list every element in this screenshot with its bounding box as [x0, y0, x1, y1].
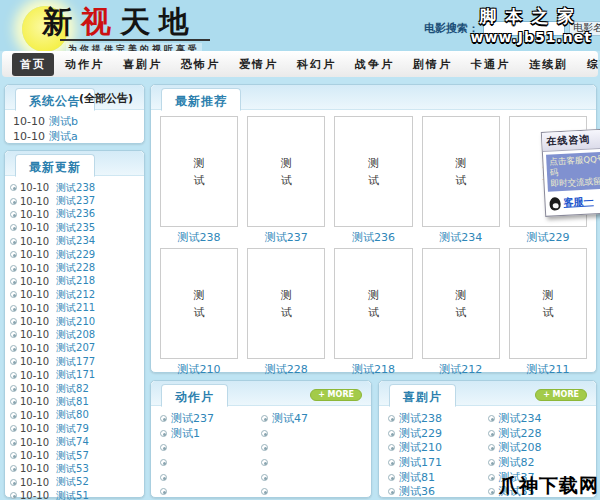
- update-link[interactable]: 测试52: [56, 475, 89, 489]
- logo-underline: [60, 39, 210, 41]
- update-link[interactable]: 测试51: [56, 489, 89, 500]
- movie-link[interactable]: 测试81: [399, 470, 435, 485]
- movie-link[interactable]: 测试210: [399, 440, 442, 455]
- nav-item[interactable]: 综艺片: [579, 53, 600, 76]
- update-link[interactable]: 测试210: [56, 315, 95, 329]
- update-link[interactable]: 测试234: [56, 234, 95, 248]
- update-link[interactable]: 测试212: [56, 288, 95, 302]
- movie-cover[interactable]: 测试: [422, 116, 500, 227]
- nav-item[interactable]: 战争片: [347, 53, 402, 76]
- movie-link[interactable]: 测试229: [399, 426, 442, 441]
- movie-card[interactable]: 测试 测试228: [247, 248, 325, 379]
- movie-link[interactable]: 测试47: [272, 411, 308, 426]
- update-link[interactable]: 测试57: [56, 449, 89, 463]
- tab-latest-updates[interactable]: 最新更新: [15, 154, 95, 177]
- movie-title-link[interactable]: 测试228: [247, 359, 325, 379]
- comedy-more-button[interactable]: + MORE: [535, 389, 587, 401]
- update-link[interactable]: 测试238: [56, 181, 95, 195]
- movie-cover[interactable]: 测试: [247, 116, 325, 227]
- movie-cover[interactable]: 测试: [509, 248, 587, 359]
- movie-title-link[interactable]: 测试218: [334, 359, 412, 379]
- nav-item[interactable]: 连续剧: [521, 53, 576, 76]
- update-link[interactable]: 测试82: [56, 382, 89, 396]
- movie-link[interactable]: 测试171: [399, 455, 442, 470]
- nav-item[interactable]: 爱情片: [231, 53, 286, 76]
- update-link[interactable]: 测试171: [56, 368, 95, 382]
- update-link[interactable]: 测试229: [56, 248, 95, 262]
- consult-agent-link[interactable]: 客服一: [563, 194, 594, 210]
- movie-link[interactable]: 测试1: [171, 426, 200, 441]
- movie-title-link[interactable]: 测试238: [160, 227, 238, 247]
- movie-title-link[interactable]: 测试229: [509, 227, 587, 247]
- movie-card[interactable]: 测试 测试212: [422, 248, 500, 379]
- movie-card[interactable]: 测试 测试234: [422, 116, 500, 247]
- update-link[interactable]: 测试80: [56, 408, 89, 422]
- movie-title-link[interactable]: 测试210: [160, 359, 238, 379]
- movie-title-link[interactable]: 测试212: [422, 359, 500, 379]
- movie-title-link[interactable]: 测试236: [334, 227, 412, 247]
- movie-cover[interactable]: 测试: [247, 248, 325, 359]
- update-link[interactable]: 测试211: [56, 301, 95, 315]
- movie-cover[interactable]: 测试: [422, 248, 500, 359]
- nav-item[interactable]: 剧情片: [405, 53, 460, 76]
- movie-card[interactable]: 测试 测试238: [160, 116, 238, 247]
- nav-item[interactable]: 动作片: [57, 53, 112, 76]
- movie-link[interactable]: 测试234: [499, 411, 542, 426]
- action-more-button[interactable]: + MORE: [310, 389, 362, 401]
- update-item: 10-10测试236: [10, 208, 140, 221]
- bullet-icon: [10, 305, 17, 312]
- movie-link[interactable]: 测试237: [171, 411, 214, 426]
- tab-recommend[interactable]: 最新推荐: [161, 88, 241, 111]
- watermark-bottom: 爪神下载网: [499, 473, 599, 499]
- update-item: 10-10测试51: [10, 489, 140, 500]
- update-link[interactable]: 测试53: [56, 462, 89, 476]
- movie-card[interactable]: 测试 测试236: [334, 116, 412, 247]
- movie-link[interactable]: 测试36: [399, 484, 435, 499]
- nav-item[interactable]: 卡通片: [463, 53, 518, 76]
- announcement-link[interactable]: 测试b: [49, 115, 78, 128]
- list-item: [261, 456, 362, 470]
- update-link[interactable]: 测试236: [56, 207, 95, 221]
- update-link[interactable]: 测试237: [56, 194, 95, 208]
- update-link[interactable]: 测试235: [56, 221, 95, 235]
- movie-link[interactable]: 测试208: [499, 440, 542, 455]
- nav-item[interactable]: 科幻片: [289, 53, 344, 76]
- update-item: 10-10测试208: [10, 328, 140, 341]
- update-link[interactable]: 测试177: [56, 355, 95, 369]
- update-date: 10-10: [20, 276, 49, 287]
- movie-link[interactable]: 测试228: [499, 426, 542, 441]
- movie-cover[interactable]: 测试: [334, 248, 412, 359]
- update-link[interactable]: 测试207: [56, 341, 95, 355]
- movie-title-link[interactable]: 测试237: [247, 227, 325, 247]
- update-link[interactable]: 测试228: [56, 261, 95, 275]
- movie-title-link[interactable]: 测试234: [422, 227, 500, 247]
- movie-cover[interactable]: 测试: [160, 248, 238, 359]
- nav-item[interactable]: 首页: [12, 53, 54, 76]
- update-date: 10-10: [20, 196, 49, 207]
- update-date: 10-10: [20, 343, 49, 354]
- movie-title-link[interactable]: 测试211: [509, 359, 587, 379]
- update-link[interactable]: 测试74: [56, 435, 89, 449]
- movie-card[interactable]: 测试 测试211: [509, 248, 587, 379]
- movie-link[interactable]: 测试238: [399, 411, 442, 426]
- all-announcements-link[interactable]: (全部公告): [79, 91, 133, 106]
- tab-comedy-movies[interactable]: 喜剧片: [389, 384, 456, 407]
- update-link[interactable]: 测试208: [56, 328, 95, 342]
- tab-action-movies[interactable]: 动作片: [161, 384, 228, 407]
- update-item: 10-10测试171: [10, 368, 140, 381]
- consult-agent-row[interactable]: 客服一: [545, 190, 600, 216]
- movie-cover[interactable]: 测试: [334, 116, 412, 227]
- update-date: 10-10: [20, 316, 49, 327]
- update-link[interactable]: 测试81: [56, 395, 89, 409]
- announcement-item: 10-10测试a: [13, 129, 136, 144]
- nav-item[interactable]: 恐怖片: [173, 53, 228, 76]
- movie-link[interactable]: 测试82: [499, 455, 535, 470]
- announcement-link[interactable]: 测试a: [49, 130, 78, 143]
- movie-card[interactable]: 测试 测试218: [334, 248, 412, 379]
- movie-card[interactable]: 测试 测试210: [160, 248, 238, 379]
- movie-card[interactable]: 测试 测试237: [247, 116, 325, 247]
- movie-cover[interactable]: 测试: [160, 116, 238, 227]
- nav-item[interactable]: 喜剧片: [115, 53, 170, 76]
- update-link[interactable]: 测试79: [56, 422, 89, 436]
- update-link[interactable]: 测试218: [56, 274, 95, 288]
